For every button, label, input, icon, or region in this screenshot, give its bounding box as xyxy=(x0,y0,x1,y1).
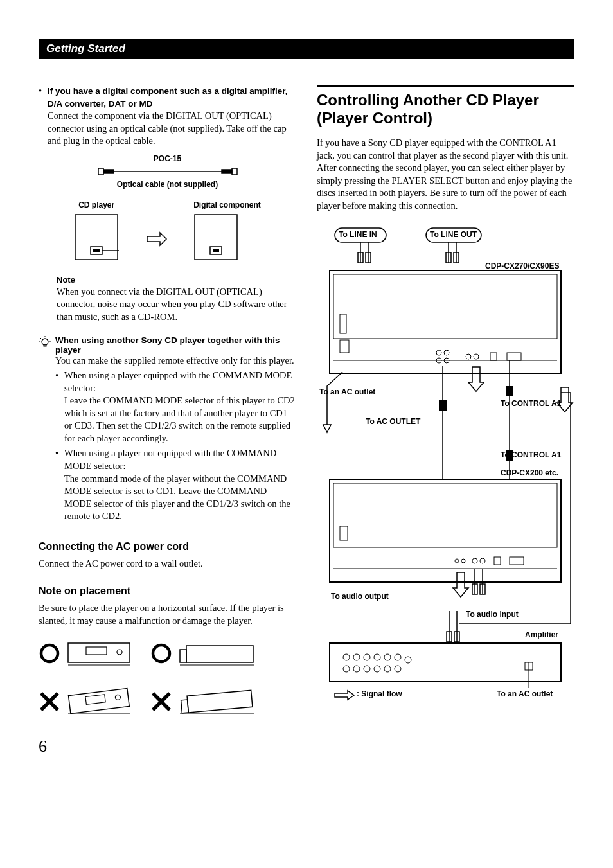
svg-point-102 xyxy=(384,666,391,672)
tip-intro: You can make the supplied remote effecti… xyxy=(55,355,296,368)
svg-point-77 xyxy=(472,558,477,563)
tip-item-1-lead: When using a player equipped with the CO… xyxy=(64,370,292,393)
placement-heading: Note on placement xyxy=(39,585,296,597)
ok-circle-icon xyxy=(150,642,172,664)
ac-heading: Connecting the AC power cord xyxy=(39,541,296,553)
svg-rect-51 xyxy=(333,274,557,339)
svg-point-23 xyxy=(117,650,122,655)
cd-player-rear-icon xyxy=(74,209,119,261)
page-number: 6 xyxy=(39,737,574,756)
note-body: When you connect via the DIGITAL OUT (OP… xyxy=(57,286,296,324)
optical-cable-diagram: POC-15 Optical cable (not supplied) xyxy=(39,154,296,189)
svg-rect-72 xyxy=(333,483,557,547)
placement-body: Be sure to place the player on a horizon… xyxy=(39,602,296,627)
digital-component-rear-icon xyxy=(193,209,238,261)
player-front-tilt-icon xyxy=(67,686,131,718)
digital-bullet-body: Connect the component via the DIGITAL OU… xyxy=(48,111,287,146)
label-model1: CDP-CX270/CX90ES xyxy=(485,261,559,270)
digital-bullet: If you have a digital component such as … xyxy=(39,85,296,148)
placement-ng-side xyxy=(150,686,256,718)
svg-marker-68 xyxy=(468,367,484,391)
digital-component-label: Digital component xyxy=(193,200,261,209)
svg-point-56 xyxy=(444,350,449,355)
svg-point-33 xyxy=(115,694,121,700)
placement-row-ng xyxy=(39,686,296,718)
content-columns: If you have a digital component such as … xyxy=(39,85,574,718)
player-side-tilt-icon xyxy=(179,686,256,718)
left-column: If you have a digital component such as … xyxy=(39,85,296,718)
svg-line-17 xyxy=(48,338,49,339)
svg-rect-38 xyxy=(187,690,253,713)
svg-point-20 xyxy=(41,645,58,662)
svg-marker-86 xyxy=(453,572,468,597)
svg-point-99 xyxy=(353,666,360,672)
svg-point-94 xyxy=(364,654,370,660)
svg-rect-32 xyxy=(85,694,105,704)
svg-rect-2 xyxy=(222,170,232,173)
svg-rect-21 xyxy=(68,643,130,662)
svg-rect-73 xyxy=(340,526,348,540)
svg-rect-53 xyxy=(340,340,349,353)
player-front-flat-icon xyxy=(67,639,131,668)
label-to-ac-outlet-bottom: To an AC outlet xyxy=(497,689,553,698)
cable-note-label: Optical cable (not supplied) xyxy=(39,180,296,189)
digital-bullet-item: If you have a digital component such as … xyxy=(39,85,296,148)
placement-ok-side xyxy=(150,639,256,668)
svg-point-96 xyxy=(384,654,391,660)
ng-x-icon xyxy=(39,691,60,713)
tip-lightbulb-icon xyxy=(39,335,51,526)
section-header: Getting Started xyxy=(39,39,574,59)
tip-item-2-body: The command mode of the player without t… xyxy=(64,474,290,522)
placement-ng-front xyxy=(39,686,131,718)
svg-rect-22 xyxy=(86,647,107,655)
svg-rect-27 xyxy=(186,646,253,662)
section-header-text: Getting Started xyxy=(46,42,125,55)
svg-point-98 xyxy=(343,666,350,672)
note-label: Note xyxy=(57,275,296,285)
connection-diagram: To LINE IN To LINE OUT CDP-CX270/CX90ES … xyxy=(317,226,574,701)
svg-marker-106 xyxy=(335,691,354,700)
label-ac-outlet-upper: To AC OUTLET xyxy=(366,417,420,426)
cd-digital-diagram: CD player Digital component xyxy=(39,200,296,261)
svg-point-93 xyxy=(353,654,360,660)
svg-point-95 xyxy=(374,654,380,660)
ac-body: Connect the AC power cord to a wall outl… xyxy=(39,558,296,571)
label-control-a1-1: To CONTROL A1 xyxy=(501,399,561,408)
svg-rect-0 xyxy=(98,168,103,175)
cd-player-label: CD player xyxy=(74,200,119,209)
svg-rect-10 xyxy=(195,215,237,260)
svg-rect-1 xyxy=(103,170,114,173)
label-control-a1-2: To CONTROL A1 xyxy=(501,450,561,459)
svg-point-97 xyxy=(395,654,401,660)
signal-arrow-icon xyxy=(145,200,168,252)
svg-point-103 xyxy=(395,666,401,672)
svg-rect-61 xyxy=(490,353,497,360)
svg-point-100 xyxy=(364,666,370,672)
svg-rect-70 xyxy=(439,400,447,411)
label-ac-outlet-small: To an AC outlet xyxy=(319,387,375,396)
svg-rect-52 xyxy=(340,314,346,333)
ok-circle-icon xyxy=(39,642,60,664)
svg-rect-31 xyxy=(69,688,130,713)
connection-diagram-svg xyxy=(317,226,574,701)
cd-player-block: CD player xyxy=(74,200,119,261)
tip-item-1: When using a player equipped with the CO… xyxy=(55,369,296,445)
svg-rect-79 xyxy=(494,557,501,565)
tip-item-2: When using a player not equipped with th… xyxy=(55,447,296,522)
svg-rect-5 xyxy=(75,215,118,260)
optical-cable-icon xyxy=(97,164,238,179)
ng-x-icon xyxy=(150,691,172,713)
digital-component-block: Digital component xyxy=(193,200,261,261)
svg-marker-9 xyxy=(147,233,166,245)
label-line-in: To LINE IN xyxy=(339,230,377,239)
right-intro: If you have a Sony CD player equipped wi… xyxy=(317,137,574,212)
svg-point-104 xyxy=(405,657,411,663)
placement-ok-front xyxy=(39,639,131,668)
tip-block: When using another Sony CD player togeth… xyxy=(39,335,296,526)
svg-point-55 xyxy=(436,350,441,355)
svg-point-60 xyxy=(474,354,479,359)
tip-item-1-body: Leave the COMMAND MODE selector of this … xyxy=(64,395,295,443)
svg-point-75 xyxy=(455,559,459,563)
svg-rect-71 xyxy=(330,479,561,582)
right-column: Controlling Another CD Player (Player Co… xyxy=(317,85,574,718)
